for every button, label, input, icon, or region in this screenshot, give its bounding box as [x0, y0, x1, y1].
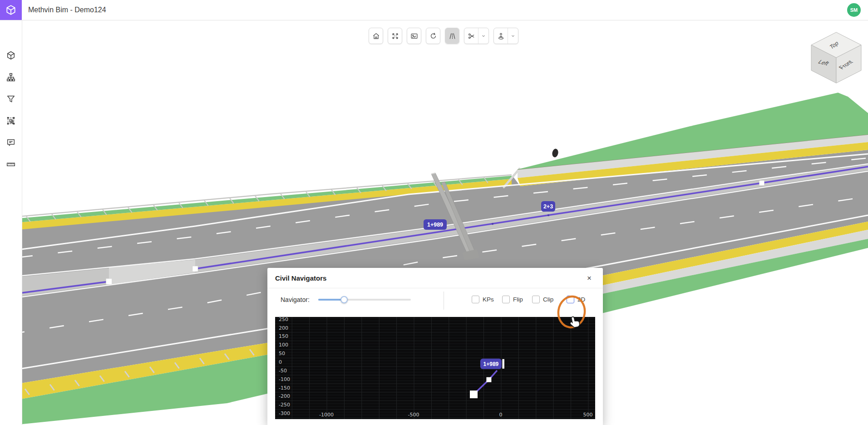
screenshot-icon — [410, 32, 418, 40]
svg-text:500: 500 — [583, 412, 593, 418]
sidebar-item-filter[interactable] — [6, 94, 16, 104]
svg-text:2+3: 2+3 — [543, 203, 553, 210]
orbit-icon — [429, 32, 437, 40]
hierarchy-icon — [6, 72, 16, 82]
chevron-down-icon — [481, 33, 486, 39]
ruler-icon — [6, 159, 16, 169]
orbit-button[interactable] — [426, 28, 440, 44]
sidebar-item-model[interactable] — [6, 50, 16, 60]
station-label-2-3[interactable]: 2+3 — [541, 201, 555, 212]
road-alignment-button[interactable] — [445, 28, 459, 44]
civil-navigators-panel: Civil Navigators × Navigator: KPs Flip C… — [267, 268, 603, 425]
home-button[interactable] — [369, 28, 383, 44]
panel-header[interactable]: Civil Navigators × — [267, 268, 603, 288]
cube-logo-icon — [5, 4, 17, 16]
clip-label: Clip — [543, 296, 553, 303]
slider-thumb[interactable] — [340, 296, 348, 303]
fit-view-button[interactable] — [388, 28, 402, 44]
sidebar-item-hierarchy[interactable] — [6, 72, 16, 82]
sidebar-item-comments[interactable] — [6, 138, 16, 148]
first-person-button[interactable] — [494, 28, 508, 44]
section-cut-button[interactable] — [464, 28, 478, 44]
svg-text:-50: -50 — [279, 368, 287, 374]
left-sidebar — [0, 20, 22, 425]
checkbox-2d[interactable]: 2D — [567, 296, 585, 303]
section-box-icon — [6, 116, 16, 126]
road-alignment-icon — [449, 32, 456, 40]
kps-label: KPs — [483, 296, 494, 303]
first-person-icon — [497, 32, 505, 40]
divider — [444, 292, 444, 310]
close-icon[interactable]: × — [584, 273, 594, 283]
svg-text:-150: -150 — [279, 385, 290, 391]
2d-label: 2D — [577, 296, 585, 303]
2d-checkbox[interactable] — [567, 296, 574, 303]
top-bar: Methvin Bim - Demo124 SM — [0, 0, 868, 20]
chevron-down-icon — [510, 33, 516, 39]
alignment-handle[interactable] — [760, 181, 764, 186]
sidebar-item-measure[interactable] — [6, 159, 16, 169]
navigator-slider[interactable] — [318, 295, 411, 304]
svg-text:200: 200 — [279, 325, 288, 331]
svg-text:-500: -500 — [408, 412, 419, 418]
alignment-vertex-dot — [492, 223, 493, 225]
svg-text:100: 100 — [279, 342, 288, 348]
sidebar-item-section-box[interactable] — [6, 116, 16, 126]
svg-text:0: 0 — [499, 412, 503, 418]
alignment-chart[interactable]: 1+989250200150100500-50-100-150-200-250-… — [275, 317, 595, 419]
flip-checkbox[interactable] — [502, 296, 510, 303]
svg-text:-100: -100 — [279, 376, 290, 382]
panel-title: Civil Navigators — [275, 268, 326, 288]
svg-text:50: 50 — [279, 351, 285, 356]
svg-text:-300: -300 — [279, 410, 290, 416]
navigator-label: Navigator: — [281, 296, 310, 303]
checkbox-kps[interactable]: KPs — [472, 296, 494, 303]
filter-icon — [6, 94, 16, 104]
viewer-toolbar — [369, 28, 518, 44]
alignment-handle[interactable] — [106, 279, 112, 285]
clip-checkbox[interactable] — [532, 296, 540, 303]
section-cut-dropdown[interactable] — [478, 28, 488, 44]
page-title: Methvin Bim - Demo124 — [28, 0, 106, 20]
first-person-dropdown[interactable] — [508, 28, 518, 44]
svg-text:1+989: 1+989 — [427, 222, 443, 228]
station-label-1989[interactable]: 1+989 — [424, 219, 447, 230]
svg-text:-200: -200 — [279, 393, 290, 399]
kps-checkbox[interactable] — [472, 296, 479, 303]
screenshot-button[interactable] — [407, 28, 421, 44]
flip-label: Flip — [513, 296, 523, 303]
alignment-handle[interactable] — [192, 266, 198, 272]
svg-text:-250: -250 — [279, 402, 290, 408]
section-cut-icon — [468, 32, 475, 40]
cube-icon — [6, 50, 16, 60]
svg-text:0: 0 — [279, 359, 282, 365]
view-cube[interactable]: Top Left Front — [806, 29, 867, 88]
svg-text:250: 250 — [279, 317, 288, 322]
svg-text:1+989: 1+989 — [483, 361, 499, 367]
user-avatar[interactable]: SM — [847, 3, 861, 17]
home-icon — [372, 32, 380, 40]
svg-text:150: 150 — [279, 333, 288, 339]
fit-view-icon — [391, 32, 399, 40]
app-logo — [0, 0, 22, 20]
checkbox-flip[interactable]: Flip — [502, 296, 523, 303]
alignment-vertex-dot — [547, 214, 549, 216]
checkbox-clip[interactable]: Clip — [532, 296, 553, 303]
svg-text:-1000: -1000 — [319, 412, 334, 418]
comment-icon — [6, 138, 16, 148]
